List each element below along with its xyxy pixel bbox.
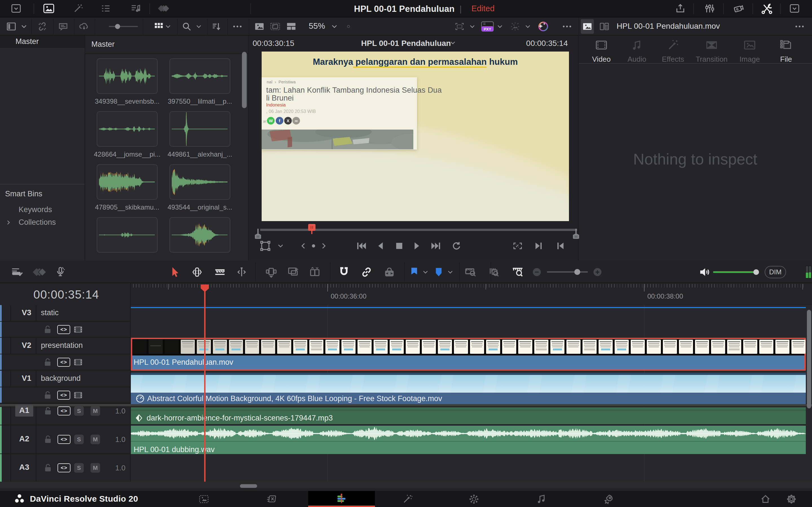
svg-text:PXY: PXY — [484, 27, 492, 31]
svg-text:B: B — [736, 7, 739, 11]
